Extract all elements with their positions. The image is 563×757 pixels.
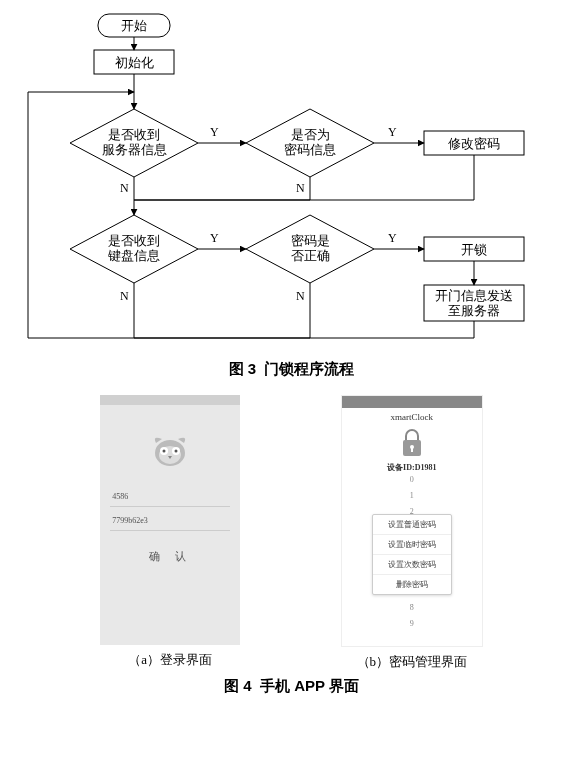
phone-b-column: xmartClock 设备ID:D1981 0 1 2 3 4 5 6 7 8: [341, 395, 483, 671]
node-send-l1: 开门信息发送: [435, 288, 513, 303]
confirm-button-label: 确 认: [149, 550, 192, 562]
login-field-2-value: 7799b62e3: [112, 516, 148, 525]
node-send-l2: 至服务器: [448, 303, 500, 318]
node-start: 开始: [121, 18, 147, 33]
menu-set-normal-password[interactable]: 设置普通密码: [373, 515, 451, 535]
node-d1-l2: 服务器信息: [102, 142, 167, 157]
phone-b-password-screen: xmartClock 设备ID:D1981 0 1 2 3 4 5 6 7 8: [341, 395, 483, 647]
figure4-caption: 图 4 手机 APP 界面: [10, 677, 563, 696]
sub-caption-a: （a）登录界面: [128, 651, 212, 669]
edge-d3-no: N: [120, 289, 129, 303]
key-1[interactable]: 1: [410, 491, 414, 500]
fig4-prefix: 图 4: [224, 677, 252, 694]
node-d4-l1: 密码是: [291, 233, 330, 248]
edge-d3-yes: Y: [210, 231, 219, 245]
svg-point-13: [163, 450, 166, 453]
login-field-1[interactable]: 4586: [110, 487, 230, 507]
svg-point-14: [175, 450, 178, 453]
menu-delete-password[interactable]: 删除密码: [373, 575, 451, 594]
sub-caption-b: （b）密码管理界面: [357, 653, 468, 671]
key-8[interactable]: 8: [410, 603, 414, 612]
edge-d4-no: N: [296, 289, 305, 303]
node-d4-l2: 否正确: [291, 248, 330, 263]
fig3-prefix: 图 3: [229, 360, 257, 377]
password-menu: 设置普通密码 设置临时密码 设置次数密码 删除密码: [372, 514, 452, 595]
phone-b-statusbar: [342, 396, 482, 408]
edge-d2-no: N: [296, 181, 305, 195]
node-modify: 修改密码: [448, 136, 500, 151]
edge-d4-yes: Y: [388, 231, 397, 245]
device-id-label: 设备ID:D1981: [342, 462, 482, 473]
node-init: 初始化: [115, 55, 154, 70]
key-9[interactable]: 9: [410, 619, 414, 628]
edge-d1-no: N: [120, 181, 129, 195]
owl-icon: [148, 429, 192, 469]
phone-mockups: 4586 7799b62e3 确 认 （a）登录界面 xmartClock 设备…: [10, 395, 563, 671]
flowchart: .box { fill:#fff; stroke:#000; stroke-wi…: [10, 10, 553, 350]
phone-b-title: xmartClock: [342, 408, 482, 424]
svg-rect-18: [411, 448, 413, 452]
lock-icon: [398, 426, 426, 460]
phone-a-column: 4586 7799b62e3 确 认 （a）登录界面: [100, 395, 240, 669]
edge-d2-yes: Y: [388, 125, 397, 139]
phone-a-statusbar: [100, 395, 240, 405]
node-unlock: 开锁: [461, 242, 487, 257]
key-0[interactable]: 0: [410, 475, 414, 484]
phone-a-login-screen: 4586 7799b62e3 确 认: [100, 395, 240, 645]
node-d2-l2: 密码信息: [284, 142, 336, 157]
edge-d1-yes: Y: [210, 125, 219, 139]
fig3-text: 门锁程序流程: [264, 360, 354, 377]
login-field-2[interactable]: 7799b62e3: [110, 511, 230, 531]
menu-set-count-password[interactable]: 设置次数密码: [373, 555, 451, 575]
node-d3-l2: 键盘信息: [107, 248, 160, 263]
node-d1-l1: 是否收到: [108, 127, 160, 142]
node-d3-l1: 是否收到: [108, 233, 160, 248]
login-field-1-value: 4586: [112, 492, 128, 501]
menu-set-temp-password[interactable]: 设置临时密码: [373, 535, 451, 555]
figure3-caption: 图 3 门锁程序流程: [10, 360, 563, 379]
confirm-button[interactable]: 确 认: [100, 535, 240, 578]
node-d2-l1: 是否为: [291, 127, 330, 142]
fig4-text: 手机 APP 界面: [260, 677, 359, 694]
